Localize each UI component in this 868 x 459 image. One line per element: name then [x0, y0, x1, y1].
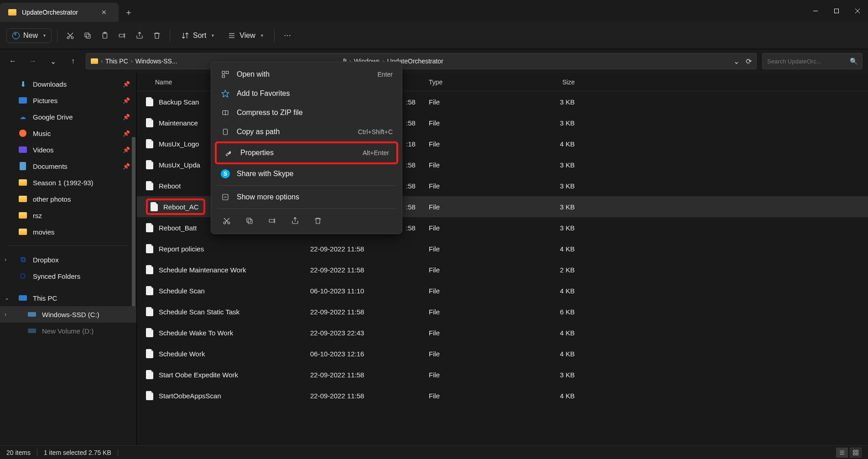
forward-button[interactable]: →: [26, 54, 40, 68]
close-button[interactable]: [847, 4, 868, 18]
paste-icon[interactable]: [98, 28, 112, 43]
sidebar-item[interactable]: ›Windows-SSD (C:): [0, 306, 136, 323]
file-row[interactable]: Schedule Scan06-10-2023 11:10File4 KB: [137, 280, 868, 301]
cut-icon[interactable]: [220, 214, 233, 227]
file-row[interactable]: Schedule Scan Static Task22-09-2022 11:5…: [137, 301, 868, 322]
toolbar: New ▾ Sort ▾ View ▾ ⋯: [0, 22, 868, 49]
context-menu-item[interactable]: Show more options: [213, 188, 400, 207]
chevron-down-icon[interactable]: ⌄: [733, 57, 739, 66]
svg-rect-25: [853, 453, 855, 455]
minimize-button[interactable]: [805, 4, 826, 18]
expand-icon[interactable]: ›: [5, 256, 6, 263]
file-type: File: [429, 182, 520, 190]
share-icon[interactable]: [289, 214, 301, 227]
sidebar-item[interactable]: Videos📌: [0, 141, 136, 158]
tab[interactable]: UpdateOrchestrator ✕: [0, 3, 119, 22]
sidebar-item[interactable]: Documents📌: [0, 158, 136, 174]
view-button[interactable]: View ▾: [222, 28, 268, 43]
titlebar: UpdateOrchestrator ✕ ＋: [0, 0, 868, 22]
sidebar-item[interactable]: Pictures📌: [0, 92, 136, 109]
sidebar-item[interactable]: movies: [0, 224, 136, 240]
context-menu-item[interactable]: Copy as pathCtrl+Shift+C: [213, 122, 400, 141]
share-icon[interactable]: [132, 28, 147, 43]
delete-icon[interactable]: [150, 28, 164, 43]
new-tab-button[interactable]: ＋: [119, 3, 139, 22]
sidebar-label: rsz: [33, 212, 130, 219]
file-type: File: [429, 245, 520, 253]
copy-icon[interactable]: [243, 214, 256, 227]
context-menu-item[interactable]: Open withEnter: [213, 65, 400, 84]
folder-icon: [18, 211, 27, 220]
sort-button[interactable]: Sort ▾: [176, 28, 219, 43]
sidebar-item[interactable]: New Volume (D:): [0, 323, 136, 339]
expand-icon[interactable]: ⌄: [5, 295, 9, 301]
up-button[interactable]: ↑: [66, 54, 80, 68]
delete-icon[interactable]: [312, 214, 324, 227]
sidebar-item[interactable]: ⌄This PC: [0, 290, 136, 306]
file-row[interactable]: Schedule Work06-10-2023 12:16File4 KB: [137, 343, 868, 364]
file-icon: [151, 202, 158, 211]
file-row[interactable]: Schedule Maintenance Work22-09-2022 11:5…: [137, 259, 868, 280]
tab-title: UpdateOrchestrator: [22, 9, 92, 16]
context-label: Compress to ZIP file: [237, 109, 393, 117]
file-icon: [146, 307, 153, 316]
context-menu-item[interactable]: Add to Favorites: [213, 84, 400, 103]
recent-locations-button[interactable]: ⌄: [46, 54, 60, 68]
folder-icon: [8, 9, 16, 16]
sidebar-item[interactable]: rsz: [0, 207, 136, 224]
copy-icon[interactable]: [80, 28, 95, 43]
thumbnails-view-button[interactable]: [850, 448, 862, 458]
file-name: Schedule Scan: [159, 287, 205, 295]
folder-icon: [18, 178, 27, 187]
sidebar-item[interactable]: Music📌: [0, 125, 136, 141]
cut-icon[interactable]: [63, 28, 78, 43]
svg-rect-24: [856, 450, 858, 452]
new-button[interactable]: New ▾: [6, 28, 52, 43]
context-label: Open with: [237, 70, 371, 78]
refresh-icon[interactable]: ⟳: [746, 57, 752, 66]
file-row[interactable]: Start Oobe Expedite Work22-09-2022 11:58…: [137, 364, 868, 385]
file-size: 2 KB: [520, 266, 584, 274]
sidebar-item[interactable]: ⎔Synced Folders: [0, 268, 136, 284]
column-size[interactable]: Size: [520, 78, 584, 86]
file-icon: [146, 349, 153, 358]
file-name: Reboot: [159, 182, 181, 190]
chevron-down-icon: ▾: [212, 33, 214, 38]
context-menu-item[interactable]: SShare with Skype: [213, 164, 400, 183]
breadcrumb-item[interactable]: This PC: [105, 57, 128, 65]
breadcrumb-item[interactable]: Windows-SS...: [135, 57, 177, 65]
maximize-button[interactable]: [826, 4, 847, 18]
sidebar-item[interactable]: Season 1 (1992-93): [0, 174, 136, 191]
sidebar-item[interactable]: ›⧉Dropbox: [0, 251, 136, 268]
sidebar-item[interactable]: other photos: [0, 191, 136, 207]
file-size: 4 KB: [520, 350, 584, 358]
context-menu-item[interactable]: PropertiesAlt+Enter: [215, 141, 398, 164]
rename-icon[interactable]: [115, 28, 130, 43]
file-row[interactable]: Schedule Wake To Work22-09-2023 22:43Fil…: [137, 322, 868, 343]
view-label: View: [239, 31, 255, 40]
sidebar: ⬇Downloads📌Pictures📌☁Google Drive📌Music📌…: [0, 73, 137, 445]
file-row[interactable]: StartOobeAppsScan22-09-2022 11:58File4 K…: [137, 385, 868, 406]
svg-rect-8: [86, 34, 90, 38]
context-shortcut: Alt+Enter: [363, 149, 389, 156]
file-type: File: [429, 392, 520, 400]
column-type[interactable]: Type: [429, 78, 520, 86]
expand-icon[interactable]: ›: [5, 311, 6, 318]
address-bar[interactable]: › This PC › Windows-SS... ...ft › Window…: [86, 53, 757, 69]
file-row[interactable]: Report policies22-09-2022 11:58File4 KB: [137, 238, 868, 259]
file-icon: [146, 97, 153, 106]
search-box[interactable]: 🔍: [762, 53, 863, 69]
synced-icon: ⎔: [18, 271, 27, 281]
gdrive-icon: ☁: [18, 112, 27, 121]
back-button[interactable]: ←: [5, 54, 20, 68]
more-icon[interactable]: ⋯: [280, 28, 295, 43]
sidebar-item[interactable]: ☁Google Drive📌: [0, 109, 136, 125]
svg-rect-27: [222, 71, 224, 73]
sidebar-item[interactable]: ⬇Downloads📌: [0, 76, 136, 92]
context-menu-item[interactable]: Compress to ZIP file: [213, 103, 400, 122]
file-size: 3 KB: [520, 371, 584, 379]
details-view-button[interactable]: [836, 448, 848, 458]
rename-icon[interactable]: [266, 214, 279, 227]
tab-close-button[interactable]: ✕: [98, 7, 110, 18]
search-input[interactable]: [767, 58, 850, 65]
